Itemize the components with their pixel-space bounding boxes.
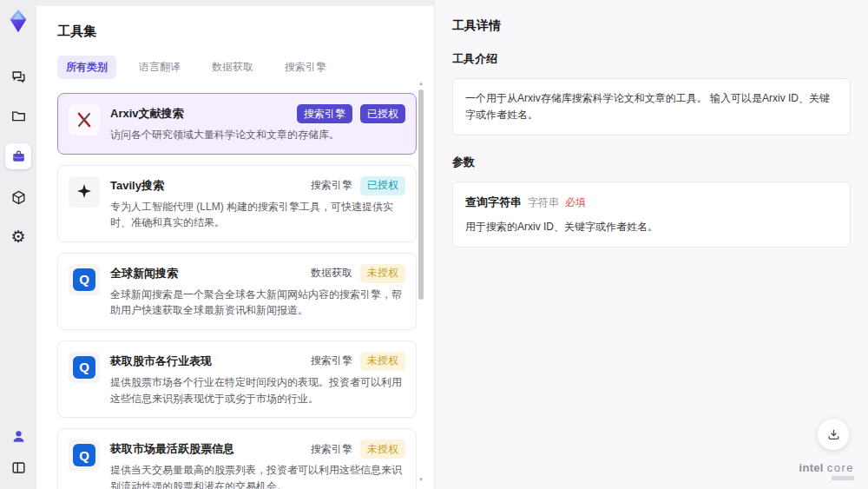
param-description: 用于搜索的Arxiv ID、关键字或作者姓名。	[465, 219, 838, 235]
tool-card[interactable]: Arxiv文献搜索访问各个研究领域大量科学论文和文章的存储库。搜索引擎已授权	[57, 93, 417, 155]
panel-toggle-icon[interactable]	[7, 456, 30, 479]
sparkle-star-icon	[69, 176, 100, 208]
tool-description: 全球新闻搜索是一个聚合全球各大新闻网站内容的搜索引擎，帮助用户快速获取全球最新资…	[110, 287, 405, 319]
param-name: 查询字符串	[465, 194, 522, 212]
tool-card[interactable]: Q获取市场最活跃股票信息提供当天交易量最高的股票列表，投资者可以利用这些信息来识…	[57, 428, 417, 489]
tab-1[interactable]: 语言翻译	[130, 56, 189, 79]
intel-wordmark: intel	[799, 461, 824, 474]
tab-0[interactable]: 所有类别	[57, 56, 116, 79]
tool-badges: 搜索引擎已授权	[311, 176, 405, 195]
briefcase-icon[interactable]	[5, 143, 31, 169]
sidebar: ⚙	[0, 0, 36, 489]
blue-q-icon: Q	[69, 439, 100, 471]
folder-icon[interactable]	[7, 104, 30, 127]
status-badge: 未授权	[360, 352, 405, 371]
tool-description: 提供当天交易量最高的股票列表，投资者可以利用这些信息来识别流动性强的股票和潜在的…	[110, 462, 405, 489]
tool-name: Arxiv文献搜索	[110, 106, 293, 122]
tool-badges: 搜索引擎未授权	[311, 352, 405, 371]
scrollbar-down-arrow[interactable]: ▼	[418, 477, 424, 482]
param-type: 字符串	[528, 195, 559, 211]
blue-q-logo: Q	[73, 444, 95, 466]
category-badge: 数据获取	[311, 266, 352, 281]
param-header-row: 查询字符串字符串必填	[465, 194, 838, 212]
gear-icon[interactable]: ⚙	[7, 225, 30, 248]
tool-name: Tavily搜索	[110, 178, 293, 194]
params-card: 查询字符串字符串必填用于搜索的Arxiv ID、关键字或作者姓名。	[452, 182, 851, 248]
tool-description: 访问各个研究领域大量科学论文和文章的存储库。	[110, 127, 405, 143]
params-heading: 参数	[452, 155, 851, 170]
blue-q-icon: Q	[69, 264, 100, 295]
status-badge: 已授权	[360, 104, 405, 123]
tool-card[interactable]: Q全球新闻搜索全球新闻搜索是一个聚合全球各大新闻网站内容的搜索引擎，帮助用户快速…	[57, 253, 417, 330]
scrollbar-thumb[interactable]	[418, 89, 424, 300]
tool-name: 获取市场最活跃股票信息	[110, 441, 293, 457]
scrollbar-up-arrow[interactable]: ▲	[418, 81, 424, 86]
detail-panel: 工具详情 工具介绍 一个用于从Arxiv存储库搜索科学论文和文章的工具。 输入可…	[434, 0, 868, 489]
status-badge: 未授权	[360, 264, 405, 283]
tool-badges: 搜索引擎未授权	[311, 439, 405, 459]
download-button[interactable]	[817, 418, 850, 451]
blue-q-logo: Q	[73, 356, 95, 379]
status-badge: 已授权	[360, 176, 405, 195]
detail-title: 工具详情	[452, 18, 851, 34]
package-icon[interactable]	[7, 186, 30, 208]
status-badge: 未授权	[360, 439, 405, 459]
app-window: ⚙ 工具集 所有类别语言翻译数据获取搜索引擎 Arxiv文献搜索访问各个研究领域…	[0, 0, 868, 489]
sidebar-nav: ⚙	[5, 65, 31, 248]
tool-badges: 搜索引擎已授权	[297, 104, 405, 123]
tab-3[interactable]: 搜索引擎	[276, 56, 335, 79]
download-icon	[826, 427, 841, 442]
tool-description: 专为人工智能代理 (LLM) 构建的搜索引擎工具，可快速提供实时、准确和真实的结…	[110, 199, 405, 231]
category-badge: 搜索引擎	[311, 354, 352, 368]
arxiv-logo-icon	[69, 104, 100, 135]
category-tabs: 所有类别语言翻译数据获取搜索引擎	[57, 56, 415, 79]
blue-q-logo: Q	[73, 268, 95, 291]
page-title: 工具集	[57, 23, 415, 40]
tool-list: Arxiv文献搜索访问各个研究领域大量科学论文和文章的存储库。搜索引擎已授权Ta…	[57, 93, 417, 489]
tab-2[interactable]: 数据获取	[203, 56, 262, 79]
tool-card[interactable]: Tavily搜索专为人工智能代理 (LLM) 构建的搜索引擎工具，可快速提供实时…	[57, 165, 417, 242]
app-logo	[5, 8, 31, 34]
intel-badge-bar	[832, 476, 854, 480]
chat-icon[interactable]	[7, 65, 30, 88]
category-badge: 搜索引擎	[311, 178, 352, 193]
tools-panel: 工具集 所有类别语言翻译数据获取搜索引擎 Arxiv文献搜索访问各个研究领域大量…	[36, 6, 434, 489]
category-badge: 搜索引擎	[297, 104, 352, 123]
user-icon[interactable]	[7, 425, 30, 447]
category-badge: 搜索引擎	[311, 442, 352, 457]
list-scrollbar[interactable]: ▲ ▼	[418, 81, 424, 482]
tool-intro-card: 一个用于从Arxiv存储库搜索科学论文和文章的工具。 输入可以是Arxiv ID…	[452, 78, 851, 135]
tool-name: 全球新闻搜索	[110, 266, 293, 281]
tool-name: 获取股市各行业表现	[110, 354, 293, 369]
blue-q-icon: Q	[69, 352, 100, 383]
sidebar-bottom	[7, 425, 30, 479]
tool-card[interactable]: Q获取股市各行业表现提供股票市场各个行业在特定时间段内的表现。投资者可以利用这些…	[57, 340, 417, 418]
param-required-label: 必填	[565, 195, 586, 211]
intro-heading: 工具介绍	[452, 51, 851, 67]
core-wordmark: core	[827, 461, 854, 474]
tool-badges: 数据获取未授权	[311, 264, 405, 283]
intel-core-logo: intel core	[799, 461, 854, 480]
tool-description: 提供股票市场各个行业在特定时间段内的表现。投资者可以利用这些信息来识别表现优于或…	[110, 374, 405, 406]
